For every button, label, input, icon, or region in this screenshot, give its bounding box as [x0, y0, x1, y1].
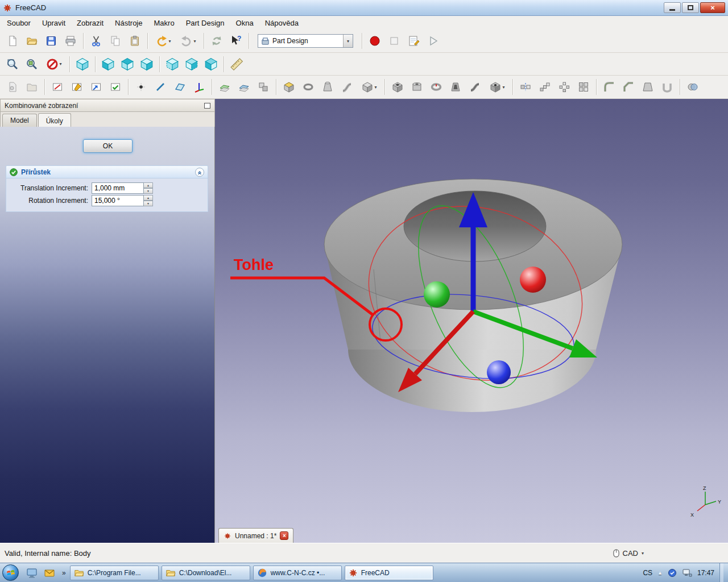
rotation-increment-spinner[interactable]: ▲▼ [144, 195, 153, 206]
additive-loft-button[interactable] [318, 77, 337, 97]
menu-part-design[interactable]: Part Design [180, 17, 230, 29]
subtractive-loft-button[interactable] [446, 77, 465, 97]
document-tab-close-button[interactable]: × [280, 531, 288, 540]
menu-okna[interactable]: Okna [230, 17, 259, 29]
quick-launch-overflow-icon[interactable]: » [62, 569, 66, 577]
datum-plane-button[interactable] [170, 77, 189, 97]
fit-selection-button[interactable] [22, 55, 42, 74]
redo-button[interactable]: ▾ [176, 31, 201, 51]
taskbar-button-browser[interactable]: www.C-N-C.cz •... [253, 566, 342, 580]
menu-nastroje[interactable]: Nástroje [109, 17, 148, 29]
top-view-button[interactable] [118, 55, 137, 74]
spin-down-icon[interactable]: ▼ [144, 201, 153, 206]
datum-line-button[interactable] [151, 77, 170, 97]
menu-napoveda[interactable]: Nápověda [259, 17, 304, 29]
spin-up-icon[interactable]: ▲ [144, 182, 153, 188]
mirrored-button[interactable] [516, 77, 535, 97]
macro-edit-button[interactable] [404, 31, 423, 51]
ok-button[interactable]: OK [83, 139, 133, 153]
front-view-button[interactable] [98, 55, 118, 74]
tab-ukoly[interactable]: Úkoly [38, 113, 71, 127]
draft-button[interactable] [638, 77, 657, 97]
3d-viewport[interactable]: Tohle Z Y X Unnamed : 1* × [215, 99, 728, 543]
increments-header[interactable]: Přírůstek [6, 165, 208, 178]
edit-sketch-button[interactable] [67, 77, 86, 97]
close-button[interactable]: × [700, 2, 725, 13]
pad-button[interactable] [279, 77, 299, 97]
linear-pattern-button[interactable] [535, 77, 555, 97]
subtractive-pipe-button[interactable] [465, 77, 485, 97]
hole-button[interactable] [407, 77, 427, 97]
macro-stop-button[interactable] [384, 31, 404, 51]
additive-primitive-button[interactable]: ▾ [357, 77, 382, 97]
fit-all-button[interactable] [3, 55, 22, 74]
workbench-selector[interactable]: Part Design ▾ [258, 34, 353, 48]
datum-point-button[interactable] [131, 77, 151, 97]
rotation-increment-input[interactable] [92, 195, 144, 206]
rotation-handle-blue-sphere[interactable] [487, 360, 511, 384]
show-hidden-icons-button[interactable]: ▲ [657, 570, 663, 576]
boolean-button[interactable] [683, 77, 702, 97]
fillet-button[interactable] [599, 77, 619, 97]
whats-this-button[interactable]: ? [226, 31, 246, 51]
sub-shape-binder-button[interactable] [234, 77, 254, 97]
spin-down-icon[interactable]: ▼ [144, 188, 153, 194]
create-sketch-button[interactable] [48, 77, 67, 97]
validate-sketch-button[interactable] [106, 77, 125, 97]
cut-button[interactable] [86, 31, 106, 51]
new-file-button[interactable] [3, 31, 22, 51]
open-file-button[interactable] [22, 31, 42, 51]
network-icon[interactable] [682, 568, 692, 577]
spin-up-icon[interactable]: ▲ [144, 195, 153, 201]
tray-app-icon[interactable] [668, 568, 677, 577]
minimize-button[interactable] [664, 2, 681, 13]
tab-model[interactable]: Model [2, 114, 37, 127]
polar-pattern-button[interactable] [555, 77, 574, 97]
menu-soubor[interactable]: Soubor [1, 17, 36, 29]
translation-increment-input[interactable] [92, 182, 144, 194]
datum-coordinate-system-button[interactable] [189, 77, 209, 97]
bottom-view-button[interactable] [182, 55, 201, 74]
language-indicator[interactable]: CS [643, 569, 652, 577]
subtractive-primitive-button[interactable]: ▾ [485, 77, 510, 97]
paste-button[interactable] [125, 31, 144, 51]
multitransform-button[interactable] [574, 77, 593, 97]
rotation-handle-red-sphere[interactable] [520, 267, 546, 293]
create-group-button[interactable] [22, 77, 42, 97]
rotation-handle-green-sphere[interactable] [424, 281, 450, 307]
float-panel-button[interactable] [204, 103, 210, 109]
clock[interactable]: 17:47 [697, 569, 714, 577]
refresh-button[interactable] [207, 31, 226, 51]
3d-scene[interactable]: Tohle Z Y X [215, 99, 728, 543]
quick-launch-mail-icon[interactable] [42, 566, 56, 580]
macro-execute-button[interactable] [423, 31, 442, 51]
save-button[interactable] [42, 31, 61, 51]
start-button[interactable] [2, 564, 19, 581]
thickness-button[interactable] [657, 77, 677, 97]
print-button[interactable] [61, 31, 80, 51]
create-body-button[interactable] [3, 77, 22, 97]
taskbar-button-download[interactable]: C:\Download\El... [162, 566, 250, 580]
left-view-button[interactable] [201, 55, 221, 74]
axonometric-view-button[interactable] [73, 55, 92, 74]
show-desktop-button[interactable] [719, 563, 723, 582]
navigation-style-selector[interactable]: CAD ▾ [613, 549, 644, 558]
taskbar-button-program-files[interactable]: C:\Program File... [70, 566, 159, 580]
undo-button[interactable]: ▾ [151, 31, 176, 51]
shape-binder-button[interactable] [215, 77, 234, 97]
copy-button[interactable] [106, 31, 125, 51]
rear-view-button[interactable] [163, 55, 182, 74]
map-sketch-button[interactable] [86, 77, 106, 97]
taskbar-button-freecad[interactable]: FreeCAD [345, 566, 433, 580]
draw-style-button[interactable]: ▾ [42, 55, 67, 74]
quick-launch-monitor-icon[interactable] [24, 566, 39, 580]
revolution-button[interactable] [299, 77, 318, 97]
right-view-button[interactable] [137, 55, 156, 74]
document-tab[interactable]: Unnamed : 1* × [218, 528, 293, 543]
measure-distance-button[interactable] [227, 55, 246, 74]
collapse-button[interactable] [195, 168, 204, 177]
clone-button[interactable] [254, 77, 273, 97]
translation-increment-spinner[interactable]: ▲▼ [144, 182, 153, 194]
macro-record-button[interactable] [365, 31, 384, 51]
menu-zobrazit[interactable]: Zobrazit [71, 17, 109, 29]
